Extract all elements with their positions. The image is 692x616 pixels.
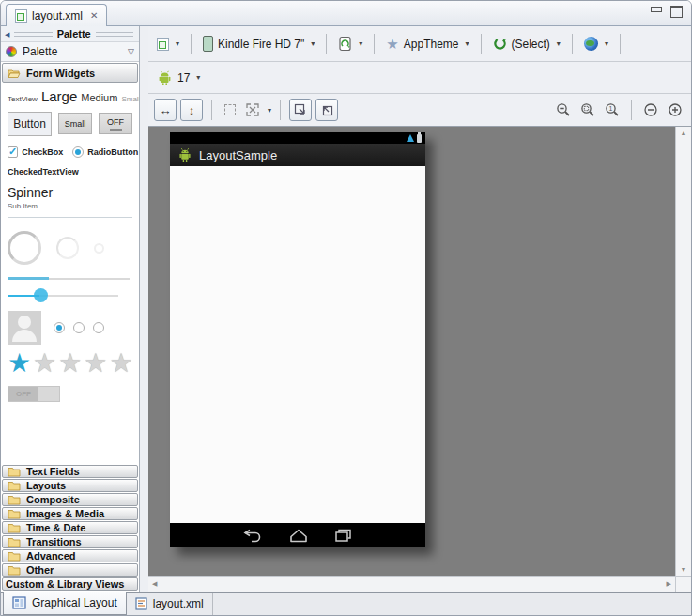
orientation-dropdown[interactable]: ▾ — [335, 34, 365, 54]
recents-icon — [334, 529, 353, 543]
minimize-icon[interactable] — [651, 7, 662, 12]
palette-item-checkbox[interactable]: CheckBox — [22, 147, 63, 157]
zoom-in-icon[interactable] — [668, 102, 683, 117]
section-time-date[interactable]: Time & Date — [2, 521, 138, 534]
toolbar-separator — [620, 34, 621, 54]
palette-item-checkedtextview[interactable]: CheckedTextView — [8, 167, 132, 177]
palette-collapse-bar[interactable]: ◀ Palette — [1, 26, 139, 42]
chevron-down-icon: ▾ — [466, 39, 469, 48]
chevron-down-icon[interactable]: ▽ — [128, 47, 134, 56]
vertical-scrollbar[interactable]: ▲ ▼ — [675, 127, 691, 576]
person-icon — [18, 316, 31, 329]
palette-item-progressbar-medium[interactable] — [56, 237, 79, 259]
orientation-icon — [338, 36, 352, 52]
chevron-down-icon[interactable]: ▾ — [268, 106, 271, 115]
scroll-right-icon[interactable]: ▶ — [667, 580, 671, 588]
config-chooser-dropdown[interactable]: ▾ — [154, 36, 182, 53]
zoom-100-icon[interactable]: 1 — [605, 102, 620, 117]
editor-mode-tabs: Graphical Layout layout.xml — [1, 592, 691, 615]
section-form-widgets[interactable]: Form Widgets — [2, 63, 138, 83]
palette-panel: ◀ Palette Palette ▽ Form Widgets TextVie… — [1, 26, 140, 592]
section-composite[interactable]: Composite — [2, 493, 138, 506]
section-advanced[interactable]: Advanced — [2, 549, 138, 562]
scroll-up-icon[interactable]: ▲ — [681, 130, 687, 136]
zoom-out-fit-icon[interactable] — [556, 102, 571, 117]
toolbar-separator — [374, 34, 375, 54]
collapse-left-icon[interactable]: ◀ — [5, 31, 9, 38]
palette-item-textview-small[interactable]: Small — [121, 95, 139, 103]
section-images-media[interactable]: Images & Media — [2, 507, 138, 520]
radio-selected-icon[interactable] — [72, 146, 84, 158]
margins-button[interactable] — [221, 100, 239, 119]
palette-item-progressbar-large[interactable] — [8, 231, 41, 265]
chevron-down-icon: ▾ — [605, 39, 608, 48]
palette-item-textview-medium[interactable]: Medium — [81, 92, 117, 103]
horizontal-scrollbar[interactable]: ◀ ▶ — [148, 576, 675, 592]
theme-selector-label: AppTheme — [404, 38, 459, 51]
checkbox-radio-row: ✓ CheckBox RadioButton — [8, 146, 132, 158]
included-layout-icon — [294, 103, 308, 117]
theme-selector-dropdown[interactable]: ★ AppTheme ▾ — [383, 35, 471, 53]
toolbar-separator — [631, 100, 632, 120]
chevron-down-icon: ▾ — [311, 39, 315, 48]
zoom-out-icon[interactable] — [643, 102, 658, 117]
palette-view-title: Palette — [23, 45, 122, 58]
palette-item-spinner[interactable]: Spinner Sub Item — [8, 185, 132, 218]
section-label: Transitions — [26, 536, 82, 547]
expand-to-fit-button[interactable] — [243, 100, 262, 119]
android-robot-icon — [157, 70, 173, 85]
section-other[interactable]: Other — [2, 563, 138, 577]
section-text-fields[interactable]: Text Fields — [2, 465, 138, 478]
activity-selector-dropdown[interactable]: (Select) ▾ — [490, 35, 563, 53]
show-outer-layout-button[interactable] — [315, 99, 338, 121]
scroll-left-icon[interactable]: ◀ — [152, 580, 157, 588]
section-transitions[interactable]: Transitions — [2, 535, 138, 548]
locale-dropdown[interactable]: ▾ — [581, 35, 611, 53]
palette-view-header: Palette ▽ — [1, 42, 139, 62]
scrollbar-corner — [675, 576, 691, 592]
palette-item-textview-large[interactable]: Large — [41, 88, 77, 104]
maximize-icon[interactable] — [670, 6, 683, 18]
section-label: Images & Media — [26, 508, 104, 519]
palette-item-radiogroup[interactable] — [54, 322, 104, 333]
palette-item-ratingbar[interactable]: ★ ★ ★ ★ ★ — [8, 349, 132, 377]
tab-layout-xml[interactable]: layout.xml — [127, 593, 213, 615]
palette-item-progressbar-horizontal[interactable] — [8, 278, 130, 280]
panel-sash[interactable] — [140, 26, 148, 592]
api-level-dropdown[interactable]: 17 ▾ — [154, 69, 203, 87]
activity-select-icon — [493, 37, 507, 51]
checkbox-checked-icon[interactable]: ✓ — [8, 146, 18, 158]
progressbar-row — [8, 229, 132, 267]
palette-item-quickcontactbadge[interactable] — [8, 311, 41, 345]
xml-file-icon — [135, 597, 147, 610]
layout-design-surface[interactable] — [170, 166, 425, 523]
palette-item-switch[interactable]: OFF — [8, 386, 60, 402]
palette-item-button[interactable]: Button — [8, 112, 52, 136]
palette-item-small-button[interactable]: Small — [58, 113, 92, 134]
grip-lines — [96, 32, 133, 37]
section-layouts[interactable]: Layouts — [2, 479, 138, 492]
zoom-fit-page-icon[interactable] — [580, 102, 595, 117]
outer-layout-icon — [320, 103, 334, 117]
fill-width-button[interactable]: ↔ — [154, 99, 177, 121]
design-canvas[interactable]: LayoutSample — [148, 127, 675, 576]
palette-item-textview[interactable]: TextView — [8, 95, 38, 103]
folder-icon — [8, 522, 21, 533]
scroll-down-icon[interactable]: ▼ — [681, 566, 687, 573]
editor-tab-layout-xml[interactable]: layout.xml ✕ — [6, 4, 107, 26]
palette-item-seekbar[interactable] — [8, 288, 118, 302]
tab-graphical-layout[interactable]: Graphical Layout — [3, 592, 127, 615]
radio-unselected-icon — [93, 322, 104, 333]
palette-item-togglebutton[interactable]: OFF — [99, 113, 132, 134]
device-selector-dropdown[interactable]: Kindle Fire HD 7" ▾ — [200, 34, 317, 54]
palette-item-radiobutton[interactable]: RadioButton — [87, 147, 138, 157]
show-included-layouts-button[interactable] — [289, 99, 312, 121]
close-icon[interactable]: ✕ — [90, 10, 98, 21]
section-custom-library-views[interactable]: Custom & Library Views — [2, 578, 138, 591]
fill-height-button[interactable]: ↕ — [180, 99, 203, 121]
app-title-bar: LayoutSample — [170, 144, 425, 166]
config-toolbar: ▾ Kindle Fire HD 7" ▾ ▾ ★ AppTheme ▾ — [148, 26, 691, 62]
toolbar-separator — [481, 34, 482, 54]
palette-item-progressbar-small[interactable] — [94, 243, 104, 254]
star-empty-icon: ★ — [33, 349, 56, 377]
